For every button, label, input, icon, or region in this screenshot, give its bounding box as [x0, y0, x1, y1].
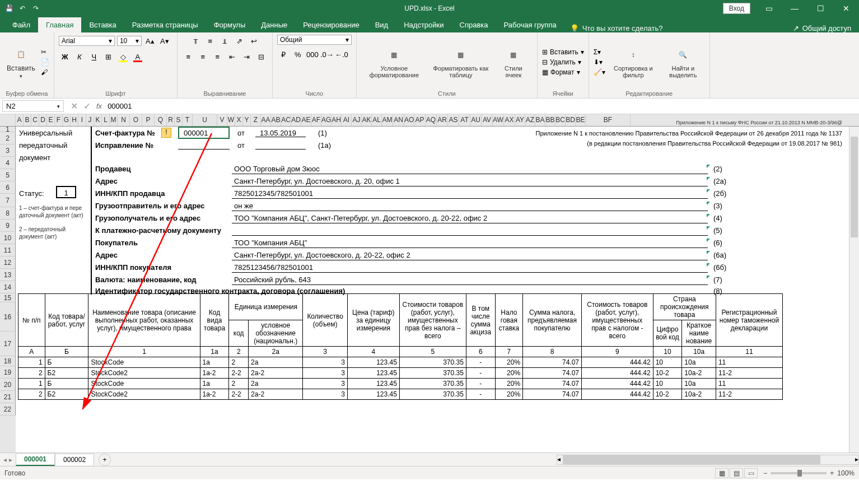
underline-button[interactable]: Ч [88, 50, 100, 63]
align-middle-icon[interactable]: ≡ [204, 35, 216, 47]
font-name-select[interactable]: Arial▾ [59, 36, 115, 46]
horizontal-scrollbar[interactable]: ◂▸ [557, 455, 859, 465]
col-header-AH[interactable]: AH [332, 114, 342, 126]
table-cell[interactable]: 10 [653, 357, 682, 368]
orientation-icon[interactable]: ⇗ [233, 35, 245, 47]
table-cell[interactable]: 370.35 [399, 357, 466, 368]
table-cell[interactable]: 3 [303, 379, 347, 389]
tab-insert[interactable]: Вставка [81, 17, 124, 32]
row-header-19[interactable]: 19 [0, 366, 16, 379]
add-sheet-button[interactable]: + [99, 454, 111, 466]
col-header-AW[interactable]: AW [493, 114, 504, 126]
align-bottom-icon[interactable]: ⫫ [218, 35, 231, 47]
col-header-AE[interactable]: AE [301, 114, 311, 126]
find-select-button[interactable]: 🔍Найти и выделить [661, 45, 705, 80]
row-header-20[interactable]: 20 [0, 379, 16, 391]
table-cell[interactable]: 2-2 [229, 368, 249, 379]
col-header-AV[interactable]: AV [482, 114, 493, 126]
table-cell[interactable]: 444.42 [582, 379, 653, 389]
table-cell[interactable]: 11-2 [716, 389, 782, 400]
maximize-icon[interactable]: ☐ [807, 0, 833, 17]
table-cell[interactable]: 1 [18, 357, 45, 368]
copy-icon[interactable]: 📄 [41, 58, 49, 66]
row-header-6[interactable]: 6 [0, 181, 16, 194]
col-header-AU[interactable]: AU [470, 114, 482, 126]
table-cell[interactable]: Б [45, 357, 88, 368]
table-cell[interactable]: 20% [495, 379, 522, 389]
table-cell[interactable]: 2а-2 [249, 389, 303, 400]
minimize-icon[interactable]: — [782, 0, 807, 17]
row-header-4[interactable]: 4 [0, 157, 16, 169]
col-header-M[interactable]: M [110, 114, 118, 126]
table-cell[interactable]: 123.45 [347, 389, 399, 400]
col-header-J[interactable]: J [86, 114, 94, 126]
table-cell[interactable]: 2а [249, 379, 303, 389]
format-cells-button[interactable]: ▦Формат▾ [542, 68, 584, 76]
fill-icon[interactable]: ⬇▾ [594, 58, 605, 66]
table-cell[interactable]: 20% [495, 389, 522, 400]
tab-data[interactable]: Данные [253, 17, 295, 32]
conditional-format-button[interactable]: ▦Условное форматирование [361, 45, 427, 80]
number-format-select[interactable]: Общий▾ [277, 35, 352, 45]
currency-icon[interactable]: ₽ [277, 48, 290, 60]
col-header-W[interactable]: W [227, 114, 235, 126]
table-cell[interactable]: 10а-2 [682, 368, 716, 379]
col-header-AK[interactable]: AK [362, 114, 372, 126]
table-cell[interactable]: - [466, 379, 495, 389]
cell-styles-button[interactable]: ▦Стили ячеек [494, 45, 533, 80]
table-cell[interactable]: 2а [249, 357, 303, 368]
tab-addins[interactable]: Надстройки [396, 17, 451, 32]
fill-color-icon[interactable]: ◇ [117, 50, 129, 63]
table-cell[interactable]: 10а-2 [682, 389, 716, 400]
col-header-D[interactable]: D [39, 114, 47, 126]
row-header-3[interactable]: 3 [0, 144, 16, 157]
table-cell[interactable]: 1а-2 [200, 389, 229, 400]
col-header-L[interactable]: L [102, 114, 110, 126]
col-header-Z[interactable]: Z [251, 114, 261, 126]
table-cell[interactable]: Б2 [45, 389, 88, 400]
table-cell[interactable]: Б [45, 379, 88, 389]
table-cell[interactable]: 11-2 [716, 368, 782, 379]
clear-icon[interactable]: 🧹▾ [594, 68, 605, 76]
row-header-8[interactable]: 8 [0, 207, 16, 220]
decrease-font-icon[interactable]: A▾ [158, 35, 171, 47]
autosum-icon[interactable]: Σ▾ [594, 48, 605, 56]
col-header-E[interactable]: E [47, 114, 55, 126]
cut-icon[interactable]: ✂ [41, 48, 49, 56]
col-header-AI[interactable]: AI [342, 114, 352, 126]
page-layout-view-icon[interactable]: ▤ [730, 468, 743, 478]
table-cell[interactable]: 10 [653, 379, 682, 389]
col-header-T[interactable]: T [183, 114, 193, 126]
row-header-17[interactable]: 17 [0, 332, 16, 356]
delete-cells-button[interactable]: ⊟Удалить▾ [542, 58, 584, 66]
row-header-11[interactable]: 11 [0, 244, 16, 256]
col-header-AB[interactable]: AB [271, 114, 281, 126]
row-header-1[interactable]: 1 [0, 127, 16, 132]
sheet-nav-last-icon[interactable]: ▸ [9, 456, 12, 464]
table-cell[interactable]: 10-2 [653, 368, 682, 379]
row-header-18[interactable]: 18 [0, 356, 16, 366]
col-header-AF[interactable]: AF [311, 114, 321, 126]
error-flag-icon[interactable]: ! [161, 128, 171, 138]
normal-view-icon[interactable]: ▦ [715, 468, 729, 478]
table-cell[interactable]: StockCode2 [88, 389, 200, 400]
tab-home[interactable]: Главная [38, 17, 81, 32]
row-header-5[interactable]: 5 [0, 169, 16, 181]
row-header-2[interactable]: 2 [0, 132, 16, 144]
row-header-15[interactable]: 15 [0, 293, 16, 302]
col-header-R[interactable]: R [167, 114, 175, 126]
align-right-icon[interactable]: ≡ [211, 50, 223, 63]
formula-input[interactable] [108, 102, 855, 110]
col-header-AM[interactable]: AM [382, 114, 393, 126]
table-cell[interactable]: 3 [303, 357, 347, 368]
cancel-icon[interactable]: ✕ [71, 101, 78, 111]
percent-icon[interactable]: % [292, 48, 304, 60]
row-header-12[interactable]: 12 [0, 256, 16, 269]
col-header-AL[interactable]: AL [372, 114, 382, 126]
decrease-indent-icon[interactable]: ⇤ [226, 50, 238, 63]
table-cell[interactable]: 1 [18, 379, 45, 389]
col-header-I[interactable]: I [78, 114, 86, 126]
col-header-H[interactable]: H [71, 114, 78, 126]
col-header-N[interactable]: N [118, 114, 130, 126]
table-cell[interactable]: 74.07 [523, 389, 582, 400]
